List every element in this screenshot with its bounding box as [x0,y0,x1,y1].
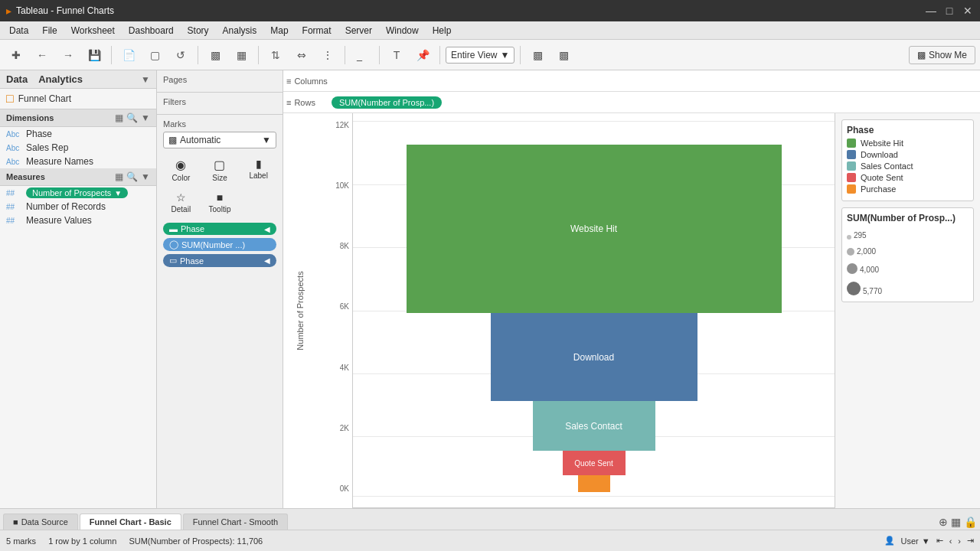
user-dropdown[interactable]: User ▼ [901,536,930,546]
dimensions-grid-icon[interactable]: ▦ [115,112,123,123]
close-button[interactable]: ✕ [962,5,974,17]
toolbar-forward-btn[interactable]: → [57,44,80,67]
nav-last-btn[interactable]: ⇥ [967,536,974,546]
legend-purchase[interactable]: Purchase [847,184,969,194]
rows-pill[interactable]: SUM(Number of Prosp...) [332,96,442,109]
measure-values-label: Measure Values [26,215,92,226]
toolbar-dup-btn[interactable]: ▢ [143,44,166,67]
view-mode-dropdown[interactable]: Entire View ▼ [446,47,514,64]
measures-grid-icon[interactable]: ▦ [115,171,123,182]
tooltip-control[interactable]: ■ Tooltip [202,188,238,217]
menu-help[interactable]: Help [426,24,458,37]
y-axis-label: Number of Prospects [296,271,305,350]
nav-first-btn[interactable]: ⇤ [936,536,943,546]
toolbar-chart2-btn[interactable]: ▩ [526,44,549,67]
legend-website-hit[interactable]: Website Hit [847,139,969,148]
legend-quote-sent[interactable]: Quote Sent [847,173,969,182]
legend-download[interactable]: Download [847,150,969,159]
columns-icon: ≡ [286,77,291,86]
measures-chevron-icon[interactable]: ▼ [141,171,150,182]
color-control[interactable]: ◉ Color [163,155,199,185]
color-label: Color [172,174,190,182]
toolbar-new-ds-btn[interactable]: 📄 [117,44,140,67]
menu-server[interactable]: Server [339,24,378,37]
measures-search-icon[interactable]: 🔍 [126,171,138,182]
marks-pill-sum[interactable]: ◯ SUM(Number ...) [163,238,276,251]
chart-container: Number of Prospects 12K 10K 8K 6K 4K 2K … [283,113,980,508]
nav-next-btn[interactable]: › [958,536,961,546]
dim-sales-rep[interactable]: Abc Sales Rep [0,141,156,155]
menu-window[interactable]: Window [380,24,425,37]
tab-lock-button[interactable]: 🔒 [964,516,977,528]
dim-phase[interactable]: Abc Phase [0,127,156,141]
toolbar-desktop-btn[interactable]: ▩ [552,44,575,67]
analytics-text: Analytics [38,73,83,85]
color-legend-title: Phase [847,125,969,135]
menu-worksheet[interactable]: Worksheet [65,24,121,37]
filters-label: Filters [163,97,276,106]
toolbar-table-btn[interactable]: ▦ [230,44,253,67]
menu-format[interactable]: Format [296,24,338,37]
data-source-item[interactable]: □ Funnel Chart [0,89,156,109]
measure-values[interactable]: ## Measure Values [0,214,156,227]
pill-phase2-sort: ◀ [264,256,270,265]
toolbar-pin-btn[interactable]: 📌 [411,44,434,67]
tab-funnel-basic[interactable]: Funnel Chart - Basic [80,514,181,530]
tab-data-source[interactable]: ■ Data Source [3,514,78,530]
toolbar-fit-btn[interactable]: ⇔ [290,44,313,67]
marks-dropdown-chevron: ▼ [262,135,271,145]
dim-measure-names[interactable]: Abc Measure Names [0,155,156,168]
tab-funnel-smooth[interactable]: Funnel Chart - Smooth [183,514,288,530]
nav-prev-btn[interactable]: ‹ [949,536,952,546]
bar-download[interactable]: Download [491,313,697,401]
bar-sales-contact[interactable]: Sales Contact [533,401,655,451]
minimize-button[interactable]: — [925,5,937,17]
menu-file[interactable]: File [36,24,63,37]
show-me-button[interactable]: ▩ Show Me [909,46,975,64]
toolbar-swap-btn[interactable]: ⇅ [264,44,287,67]
bar-website-hit[interactable]: Website Hit [407,145,782,313]
detail-control[interactable]: ☆ Detail [163,188,199,217]
rows-icon: ≡ [286,98,291,107]
toolbar-back-btn[interactable]: ← [31,44,54,67]
menu-data[interactable]: Data [3,24,34,37]
toolbar-chart-btn[interactable]: ▩ [204,44,227,67]
marks-pill-phase2[interactable]: ▭ Phase ◀ [163,254,276,267]
menu-map[interactable]: Map [264,24,294,37]
title-bar: ▸ Tableau - Funnel Charts — □ ✕ [0,0,980,21]
marks-pill-phase1[interactable]: ▬ Phase ◀ [163,223,276,235]
toolbar-grid-btn[interactable]: ✚ [5,44,28,67]
toolbar-save-btn[interactable]: 💾 [83,44,106,67]
measures-section[interactable]: Measures ▦ 🔍 ▼ [0,168,156,186]
tab-add-button[interactable]: ⊕ [939,516,948,528]
menu-analysis[interactable]: Analysis [217,24,263,37]
measure-num-records[interactable]: ## Number of Records [0,200,156,214]
bar-sales-contact-label: Sales Contact [565,421,622,432]
legend-label-quote-sent: Quote Sent [861,173,903,182]
bar-purchase[interactable] [578,475,610,492]
menu-story[interactable]: Story [181,24,215,37]
legend-sales-contact[interactable]: Sales Contact [847,161,969,171]
tabs-bar: ■ Data Source Funnel Chart - Basic Funne… [0,508,980,530]
maximize-button[interactable]: □ [943,5,956,17]
label-control[interactable]: ▮ Label [240,155,276,185]
bar-quote-sent[interactable]: Quote Sent [563,451,626,475]
panel-dropdown-icon[interactable]: ▼ [141,74,150,85]
size-control[interactable]: ▢ Size [202,155,238,185]
measure-prospects-pill[interactable]: Number of Prospects ▼ [26,187,128,198]
measure-num-prospects[interactable]: ## Number of Prospects ▼ [0,186,156,200]
marks-type-dropdown[interactable]: ▩ Automatic ▼ [163,132,276,148]
dimensions-chevron-icon[interactable]: ▼ [141,112,150,123]
toolbar-text-btn[interactable]: T [385,44,408,67]
legend-color-purchase [847,184,856,194]
toolbar-undo-btn[interactable]: ↺ [169,44,192,67]
pill-sum-icon: ◯ [169,240,178,249]
dimensions-search-icon[interactable]: 🔍 [126,112,138,123]
tab-grid-button[interactable]: ▦ [951,516,961,528]
toolbar-labels-btn[interactable]: ⋮ [316,44,339,67]
toolbar-underline-btn[interactable]: ̲ [351,44,374,67]
menu-dashboard[interactable]: Dashboard [122,24,180,37]
dimensions-section[interactable]: Dimensions ▦ 🔍 ▼ [0,109,156,127]
data-source-label: Funnel Chart [18,93,71,104]
bar-quote-sent-label: Quote Sent [574,459,613,468]
